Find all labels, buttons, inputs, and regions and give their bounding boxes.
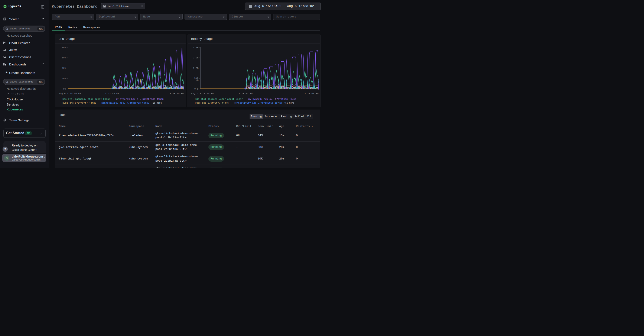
svg-text:20%: 20%: [62, 77, 66, 80]
svg-text:— k8s-otel-daemons..ctor-agent: — k8s-otel-daemons..ctor-agent-ksnnr: [192, 98, 243, 100]
svg-text:— k8s-otel-daemons..ctor-agent: — k8s-otel-daemons..ctor-agent-ksnnr: [60, 98, 110, 100]
svg-text:Aug 6 3:18:00 PM: Aug 6 3:18:00 PM: [191, 92, 214, 95]
svg-text:3:33:00 PM: 3:33:00 PM: [170, 92, 184, 95]
svg-text:— my-hyperdx-hdx-o..-57975fcd6: — my-hyperdx-hdx-o..-57975fcd6-4hws6: [113, 98, 164, 100]
svg-text:— konnectivity-age..77dfdd8f5b: — konnectivity-age..77dfdd8f5b-t9rk2: [98, 102, 150, 104]
svg-text:— my-hyperdx-hdx-o..-57975fcd6: — my-hyperdx-hdx-o..-57975fcd6-4hws6: [245, 98, 296, 100]
svg-text:2 GB: 2 GB: [193, 57, 198, 59]
svg-text:3:23:45 PM: 3:23:45 PM: [238, 92, 252, 95]
svg-text:3:23:45 PM: 3:23:45 PM: [105, 92, 119, 95]
svg-text:MB: MB: [196, 79, 198, 82]
svg-text:40%: 40%: [62, 67, 66, 70]
svg-text:80%: 80%: [62, 46, 66, 49]
svg-text:— konnectivity-age..77dfdd8f5b: — konnectivity-age..77dfdd8f5b-t9rk2: [231, 102, 282, 104]
svg-text:0 B: 0 B: [194, 88, 198, 90]
svg-text:3:33:00 PM: 3:33:00 PM: [304, 92, 318, 95]
svg-text:60%: 60%: [62, 57, 66, 59]
svg-text:1 GB: 1 GB: [193, 67, 198, 70]
svg-text:+56 more: +56 more: [152, 102, 162, 104]
svg-text:2 GB: 2 GB: [193, 46, 198, 49]
svg-text:Aug 6 3:18:00 PM: Aug 6 3:18:00 PM: [58, 92, 81, 95]
svg-text:0%: 0%: [63, 88, 66, 90]
svg-text:+56 more: +56 more: [284, 102, 294, 104]
svg-text:— kube-dns-876ff9ff7-44nx6: — kube-dns-876ff9ff7-44nx6: [60, 102, 96, 104]
svg-text:— kube-dns-876ff9ff7-44nx6: — kube-dns-876ff9ff7-44nx6: [192, 102, 229, 104]
